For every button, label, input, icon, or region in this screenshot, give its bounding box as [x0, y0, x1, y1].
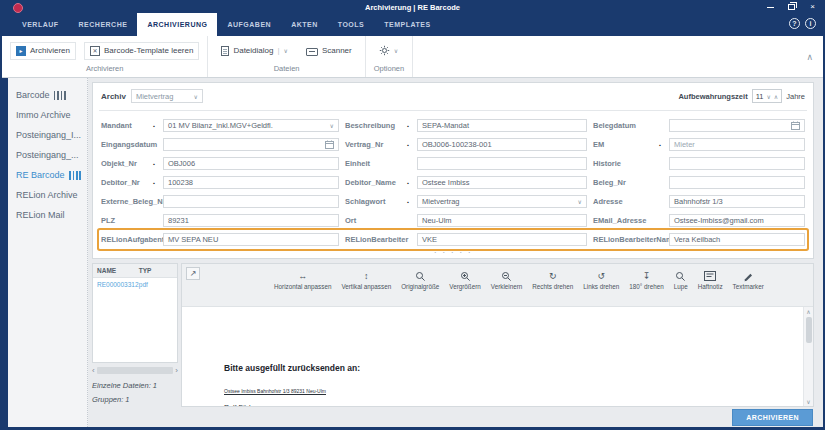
beleg-nr-field[interactable] — [669, 176, 805, 189]
field-label: Beschreibung▪ — [345, 121, 411, 130]
externe-beleg-nr-field[interactable] — [163, 195, 339, 208]
titlebar-help-area: ? i — [789, 18, 816, 29]
scrollbar-thumb[interactable] — [806, 317, 812, 343]
archiv-select[interactable]: Mietvertrag ∨ — [131, 89, 203, 103]
scroll-left-icon[interactable]: ‹ — [92, 366, 95, 375]
relion-bearbeiter-name-field[interactable]: Vera Keilbach — [669, 233, 805, 246]
relion-bearbeiter-field[interactable]: VKE — [417, 233, 587, 246]
ribbon-group-archivieren: ▸ Archivieren ✕ Barcode-Template leeren … — [2, 36, 208, 77]
table-row[interactable]: RE000003312... pdf — [93, 278, 177, 291]
vertrag-nr-field[interactable]: OBJ006-100238-001 — [417, 138, 587, 151]
archivieren-button[interactable]: ▸ Archivieren — [10, 42, 76, 60]
file-type-link[interactable]: pdf — [139, 281, 148, 288]
ort-field[interactable]: Neu-Ulm — [417, 214, 587, 227]
debitor-name-field[interactable]: Ostsee Imbiss — [417, 176, 587, 189]
fit-horizontal-button[interactable]: ↔ Horizontal anpassen — [274, 270, 331, 290]
rotate-180-button[interactable]: ↧ 180° drehen — [629, 270, 663, 290]
relion-aufgabentyp-field[interactable]: MV SEPA NEU — [163, 233, 339, 246]
dateidialog-button[interactable]: Dateidialog | ∨ — [216, 43, 293, 59]
name-column-header[interactable]: NAME — [97, 267, 139, 274]
rotate-left-button[interactable]: ↺ Links drehen — [583, 270, 619, 290]
rotate-left-icon: ↺ — [598, 270, 606, 282]
help-icon[interactable]: ? — [789, 18, 800, 29]
plz-field[interactable]: 89231 — [163, 214, 339, 227]
em-field[interactable]: Mieter — [669, 138, 805, 151]
retention-stepper[interactable]: 11 ∨ ∧ — [752, 89, 783, 103]
beschreibung-field[interactable]: SEPA-Mandat — [417, 119, 587, 132]
fit-vertical-button[interactable]: ↕ Vertikal anpassen — [341, 270, 391, 290]
highlighter-button[interactable]: Textmarker — [733, 270, 764, 290]
minimize-button[interactable] — [766, 3, 775, 11]
chevron-down-icon[interactable]: ∨ — [766, 93, 770, 100]
close-button[interactable]: × — [808, 3, 817, 11]
form-row-1: Mandant▪ 01 MV Bilanz_inkl.MGV+Geldfl.∨ … — [99, 116, 807, 135]
field-label: Debitor_Nr▪ — [101, 178, 157, 187]
tab-templates[interactable]: TEMPLATES — [374, 13, 440, 36]
sidebar-item-immo-archive[interactable]: Immo Archive — [8, 105, 87, 125]
document-page[interactable]: Bitte ausgefüllt zurücksenden an: Ostsee… — [182, 307, 813, 406]
tab-akten[interactable]: AKTEN — [281, 13, 328, 36]
sidebar-item-relion-mail[interactable]: RELion Mail — [8, 205, 87, 225]
fit-horizontal-icon: ↔ — [298, 270, 307, 282]
calendar-icon[interactable] — [325, 140, 334, 149]
horizontal-scrollbar[interactable]: ‹ › — [92, 365, 178, 375]
sticky-note-button[interactable]: Haftnotiz — [698, 270, 723, 290]
scrollbar-track[interactable] — [97, 367, 174, 374]
debitor-nr-field[interactable]: 100238 — [163, 176, 339, 189]
sidebar-item-relion-archive[interactable]: RELion Archive — [8, 185, 87, 205]
form-grid: Mandant▪ 01 MV Bilanz_inkl.MGV+Geldfl.∨ … — [99, 111, 807, 249]
calendar-icon[interactable] — [791, 121, 800, 130]
loupe-button[interactable]: Lupe — [674, 270, 688, 290]
barcode-template-leeren-button[interactable]: ✕ Barcode-Template leeren — [84, 42, 199, 60]
mandant-field[interactable]: 01 MV Bilanz_inkl.MGV+Geldfl.∨ — [163, 119, 339, 132]
historie-field[interactable] — [669, 157, 805, 170]
chevron-down-icon[interactable]: ∨ — [394, 47, 398, 54]
bottom-section: NAME TYP RE000003312... pdf ‹ › — [92, 263, 814, 407]
sidebar-item-posteingang-1[interactable]: Posteingang_I... — [8, 125, 87, 145]
email-adresse-field[interactable]: Ostsee-Imbiss@gmail.com — [669, 214, 805, 227]
archive-box-icon: ▸ — [16, 46, 26, 56]
sidebar-item-re-barcode[interactable]: RE Barcode — [8, 165, 87, 185]
info-icon[interactable]: i — [805, 18, 816, 29]
zoom-out-icon — [501, 270, 512, 282]
objekt-nr-field[interactable]: OBJ006 — [163, 157, 339, 170]
vertical-scrollbar[interactable]: ∧ ∨ — [803, 307, 813, 406]
rotate-right-button[interactable]: ↻ Rechts drehen — [532, 270, 573, 290]
sidebar-item-posteingang-2[interactable]: Posteingang_... — [8, 145, 87, 165]
retention-control: Aufbewahrungszeit 11 ∨ ∧ Jahre — [678, 89, 805, 103]
field-label: Eingangsdatum — [101, 140, 157, 149]
tab-aufgaben[interactable]: AUFGABEN — [217, 13, 281, 36]
scroll-right-icon[interactable]: › — [175, 366, 178, 375]
belegdatum-field[interactable] — [669, 119, 805, 132]
eingangsdatum-field[interactable] — [163, 138, 339, 151]
tab-tools[interactable]: TOOLS — [328, 13, 374, 36]
adresse-field[interactable]: Bahnhofstr 1/3 — [669, 195, 805, 208]
optionen-button[interactable]: ∨ — [374, 42, 403, 59]
restore-button[interactable] — [787, 3, 796, 11]
scroll-up-icon[interactable]: ∧ — [806, 308, 810, 315]
ribbon-collapse-icon[interactable]: ∧ — [806, 52, 813, 62]
scanner-button[interactable]: Scanner — [301, 43, 357, 59]
original-size-button[interactable]: Originalgröße — [401, 270, 439, 290]
splitter-handle[interactable]: · · · · · — [99, 249, 807, 256]
type-column-header[interactable]: TYP — [139, 267, 173, 274]
schlagwort-field[interactable]: Mietvertrag∨ — [417, 195, 587, 208]
file-list-panel: NAME TYP RE000003312... pdf ‹ › — [92, 263, 178, 407]
restore-icon — [788, 4, 795, 10]
file-name-link[interactable]: RE000003312... — [97, 281, 139, 288]
einheit-field[interactable] — [417, 157, 587, 170]
scroll-down-icon[interactable]: ∨ — [806, 398, 810, 405]
chevron-down-icon[interactable]: ∨ — [284, 47, 288, 54]
archivieren-cta-button[interactable]: ARCHIVIEREN — [732, 409, 813, 426]
form-row-6: PLZ 89231 Ort Neu-Ulm EMail_Adresse Osts… — [99, 211, 807, 230]
tab-verlauf[interactable]: VERLAUF — [12, 13, 69, 36]
sidebar-item-barcode[interactable]: Barcode — [8, 85, 87, 105]
expand-preview-button[interactable]: ↗ — [186, 267, 200, 280]
zoom-in-button[interactable]: Vergrößern — [449, 270, 481, 290]
zoom-out-button[interactable]: Verkleinern — [491, 270, 523, 290]
ribbon-group-label-dateien: Dateien — [216, 61, 356, 77]
tab-recherche[interactable]: RECHERCHE — [69, 13, 138, 36]
menubar: VERLAUF RECHERCHE ARCHIVIERUNG AUFGABEN … — [0, 13, 825, 36]
chevron-up-icon[interactable]: ∧ — [774, 93, 778, 100]
tab-archivierung[interactable]: ARCHIVIERUNG — [137, 13, 217, 36]
